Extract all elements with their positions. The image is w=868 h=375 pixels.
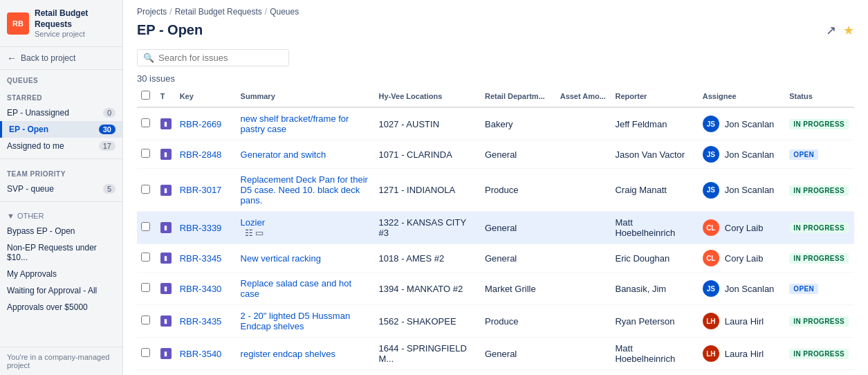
col-header-hyvee[interactable]: Hy-Vee Locations xyxy=(375,85,481,107)
col-header-status[interactable]: Status xyxy=(785,85,854,107)
row-key-cell: RBR-3339 xyxy=(176,212,237,244)
row-checkbox[interactable] xyxy=(141,118,150,127)
sidebar-item-my-approvals[interactable]: My Approvals xyxy=(0,266,122,282)
issue-key-link[interactable]: RBR-2669 xyxy=(180,119,222,129)
row-reporter-cell: Jeff Feldman xyxy=(611,107,698,140)
page-header-actions: ↗ ★ xyxy=(826,23,854,38)
issue-summary-link[interactable]: New vertical racking xyxy=(241,253,321,264)
avatar: CL xyxy=(703,219,719,236)
row-checkbox[interactable] xyxy=(141,222,150,231)
col-header-reporter[interactable]: Reporter xyxy=(611,85,698,107)
issue-key-link[interactable]: RBR-3345 xyxy=(180,253,222,264)
assignee-info: CL Cory Laib xyxy=(703,219,781,236)
status-badge: IN PROGRESS xyxy=(789,349,849,359)
row-checkbox[interactable] xyxy=(141,283,150,292)
row-key-cell: RBR-3628 xyxy=(176,370,237,376)
row-type-cell: ▮ xyxy=(156,169,176,212)
issue-type-icon: ▮ xyxy=(160,348,172,359)
queues-label: Queues xyxy=(0,70,122,87)
issue-key-link[interactable]: RBR-3540 xyxy=(180,349,222,359)
row-checkbox[interactable] xyxy=(141,253,150,262)
ep-open-badge: 30 xyxy=(99,125,116,134)
row-checkbox[interactable] xyxy=(141,348,150,357)
col-header-asset[interactable]: Asset Amo... xyxy=(556,85,611,107)
issue-type-icon: ▮ xyxy=(160,222,172,233)
issue-summary-link[interactable]: Replace salad case and hot case xyxy=(241,278,351,299)
page-title: EP - Open xyxy=(137,22,203,38)
sidebar-item-assigned-to-me[interactable]: Assigned to me 17 xyxy=(0,138,122,154)
project-info: Retail Budget Requests Service project xyxy=(35,8,116,38)
sidebar-item-non-ep[interactable]: Non-EP Requests under $10... xyxy=(0,239,122,266)
table-row: ▮ RBR-2848 Generator and switch 1071 - C… xyxy=(137,140,854,169)
select-all-checkbox[interactable] xyxy=(141,91,150,100)
row-location-cell: 1322 - KANSAS CITY #3 xyxy=(375,212,481,244)
col-header-key[interactable]: Key xyxy=(176,85,237,107)
col-header-summary[interactable]: Summary xyxy=(237,85,375,107)
sidebar-item-ep-open[interactable]: EP - Open 30 xyxy=(0,121,122,138)
breadcrumb-retail[interactable]: Retail Budget Requests xyxy=(175,7,262,17)
main-content: Projects / Retail Budget Requests / Queu… xyxy=(123,0,868,375)
issue-key-link[interactable]: RBR-3435 xyxy=(180,316,222,327)
search-box[interactable]: 🔍 xyxy=(137,49,289,66)
project-type: Service project xyxy=(35,30,116,38)
inline-view-icons: ☷ ▭ xyxy=(245,228,371,238)
sidebar-item-waiting-approval[interactable]: Waiting for Approval - All xyxy=(0,282,122,299)
issue-summary-link[interactable]: new shelf bracket/frame for pastry case xyxy=(241,113,349,134)
sidebar-item-bypass-ep[interactable]: Bypass EP - Open xyxy=(0,223,122,239)
assigned-to-me-label: Assigned to me xyxy=(7,141,64,151)
row-key-cell: RBR-3345 xyxy=(176,244,237,273)
back-to-project[interactable]: ← Back to project xyxy=(0,47,122,70)
star-icon[interactable]: ★ xyxy=(843,23,854,38)
back-icon: ← xyxy=(7,53,17,64)
col-header-dept[interactable]: Retail Departm... xyxy=(481,85,556,107)
issue-key-link[interactable]: RBR-3430 xyxy=(180,284,222,294)
issue-summary-link[interactable]: Generator and switch xyxy=(241,149,326,160)
team-priority-label: TEAM PRIORITY xyxy=(0,163,122,181)
issue-summary-link[interactable]: Replacement Deck Pan for their D5 case. … xyxy=(241,174,368,205)
table-row: ▮ RBR-3435 2 - 20" lighted D5 Hussman En… xyxy=(137,305,854,338)
col-header-type[interactable]: T xyxy=(156,85,176,107)
row-status-cell: IN PROGRESS xyxy=(785,244,854,273)
sidebar-item-approvals-5000[interactable]: Approvals over $5000 xyxy=(0,299,122,315)
external-link-icon[interactable]: ↗ xyxy=(826,23,836,38)
issue-type-icon: ▮ xyxy=(160,149,172,160)
row-assignee-cell: JS Jon Scanlan xyxy=(699,273,785,305)
assignee-name: Jon Scanlan xyxy=(725,284,775,294)
search-input[interactable] xyxy=(158,53,283,63)
row-dept-cell: General xyxy=(481,244,556,273)
row-status-cell: IN PROGRESS xyxy=(785,107,854,140)
issue-key-link[interactable]: RBR-2848 xyxy=(180,149,222,160)
row-checkbox[interactable] xyxy=(141,149,150,158)
row-location-cell: 1018 - AMES #2 xyxy=(375,244,481,273)
assigned-to-me-badge: 17 xyxy=(99,141,116,151)
issue-key-link[interactable]: RBR-3017 xyxy=(180,185,222,195)
row-checkbox[interactable] xyxy=(141,185,150,194)
breadcrumb-projects[interactable]: Projects xyxy=(137,7,167,17)
sidebar-item-svp-queue[interactable]: SVP - queue 5 xyxy=(0,181,122,197)
assignee-info: LH Laura Hirl xyxy=(703,313,781,329)
issue-type-icon: ▮ xyxy=(160,118,172,129)
assignee-name: Cory Laib xyxy=(725,223,764,233)
issue-summary-link[interactable]: Lozier xyxy=(241,217,265,228)
row-summary-cell: Replace salad case and hot case xyxy=(237,273,375,305)
issue-summary-link[interactable]: register endcap shelves xyxy=(241,349,335,359)
assignee-name: Laura Hirl xyxy=(725,316,764,327)
row-location-cell: 1562 - SHAKOPEE xyxy=(375,305,481,338)
col-header-assignee[interactable]: Assignee xyxy=(699,85,785,107)
assignee-info: JS Jon Scanlan xyxy=(703,116,781,132)
row-checkbox[interactable] xyxy=(141,315,150,324)
col-header-check[interactable] xyxy=(137,85,156,107)
issue-key-link[interactable]: RBR-3339 xyxy=(180,223,222,233)
row-location-cell: 1071 - CLARINDA xyxy=(375,140,481,169)
issue-summary-link[interactable]: 2 - 20" lighted D5 Hussman Endcap shelve… xyxy=(241,311,351,331)
row-checkbox-cell xyxy=(137,244,156,273)
toolbar: 🔍 xyxy=(123,44,868,72)
issues-table: T Key Summary Hy-Vee Locations Retail De… xyxy=(137,85,854,375)
row-asset-cell xyxy=(556,370,611,376)
issue-type-icon: ▮ xyxy=(160,253,172,264)
assignee-info: CL Cory Laib xyxy=(703,250,781,266)
other-section-label[interactable]: ▼ OTHER xyxy=(0,206,122,223)
row-assignee-cell: CL Cory Laib xyxy=(699,244,785,273)
sidebar-item-ep-unassigned[interactable]: EP - Unassigned 0 xyxy=(0,104,122,121)
table-body: ▮ RBR-2669 new shelf bracket/frame for p… xyxy=(137,107,854,375)
